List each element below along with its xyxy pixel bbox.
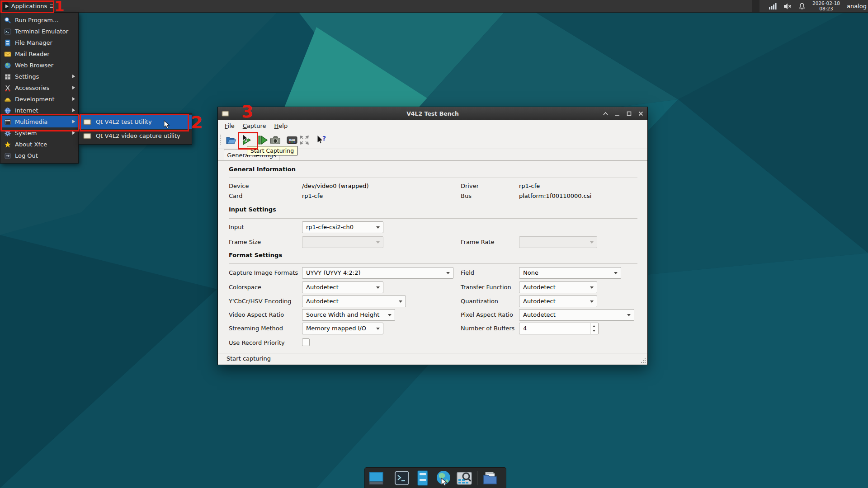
annotation-number-2: 2: [191, 114, 203, 131]
section-input-settings: Input Settings: [229, 206, 276, 213]
section-general-information: General Information: [229, 166, 296, 173]
field-select[interactable]: None: [519, 267, 621, 279]
input-select[interactable]: rp1-cfe-csi2-ch0: [302, 221, 383, 233]
fullscreen-button[interactable]: [297, 133, 311, 147]
whats-this-button[interactable]: ?: [315, 133, 328, 147]
ycbcr-select[interactable]: Autodetect: [302, 296, 406, 307]
file-manager-icon: [4, 39, 11, 47]
video-aspect-select[interactable]: Source Width and Height: [302, 309, 395, 321]
menu-capture[interactable]: Capture: [239, 120, 270, 132]
menu-item-run-program[interactable]: Run Program...: [0, 14, 78, 26]
menu-help[interactable]: Help: [270, 120, 292, 132]
resize-grip[interactable]: [641, 358, 646, 363]
clock-time: 08:23: [812, 6, 840, 12]
menu-item-development[interactable]: Development: [0, 94, 78, 105]
minimize-button[interactable]: [614, 111, 620, 117]
camera-icon: [269, 134, 281, 146]
frame-rate-label: Frame Rate: [461, 239, 494, 245]
menu-file[interactable]: File: [221, 120, 239, 132]
card-value: rp1-cfe: [302, 192, 323, 199]
frame-size-select: [302, 236, 383, 248]
open-file-button[interactable]: [224, 133, 238, 147]
buffers-spinbox[interactable]: 4: [519, 323, 599, 334]
development-icon: [4, 96, 11, 103]
snapshot-button[interactable]: [269, 133, 282, 147]
menu-item-file-manager[interactable]: File Manager: [0, 37, 78, 48]
file-folder-icon[interactable]: [482, 470, 498, 486]
close-button[interactable]: [638, 111, 644, 117]
window-titlebar[interactable]: V4L2 Test Bench: [218, 107, 647, 120]
menu-item-accessories[interactable]: Accessories: [0, 82, 78, 94]
streaming-method-select[interactable]: Memory mapped I/O: [302, 323, 383, 334]
app-finder-icon[interactable]: [456, 470, 472, 486]
web-browser-icon[interactable]: [435, 470, 452, 486]
window-title: V4L2 Test Bench: [218, 110, 647, 117]
menu-item-terminal-emulator[interactable]: Terminal Emulator: [0, 26, 78, 37]
start-capturing-button[interactable]: [240, 133, 253, 147]
bus-value: platform:1f00110000.csi: [519, 192, 591, 199]
menu-item-log-out[interactable]: Log Out: [0, 150, 78, 161]
capture-frame-button[interactable]: [255, 133, 269, 147]
save-raw-button[interactable]: RAW: [285, 133, 299, 147]
menu-item-multimedia[interactable]: Multimedia: [0, 116, 78, 127]
transfer-function-select[interactable]: Autodetect: [519, 282, 597, 293]
submenu-item-qvidcap[interactable]: Qt V4L2 video capture utility: [79, 129, 192, 143]
username-label: analog: [847, 3, 867, 9]
system-tray: 2026-02-18 08:23 analog: [752, 0, 868, 12]
capture-formats-label: Capture Image Formats: [229, 269, 298, 276]
applications-menu-button[interactable]: Applications: [0, 0, 53, 12]
toolbar-grip[interactable]: [220, 135, 221, 145]
spin-up-icon: [593, 325, 595, 327]
colorspace-select[interactable]: Autodetect: [302, 282, 383, 293]
network-signal-icon[interactable]: [769, 3, 777, 10]
chevron-down-icon: [388, 314, 392, 316]
record-priority-checkbox[interactable]: [302, 338, 310, 346]
maximize-button[interactable]: [626, 111, 632, 117]
applications-label: Applications: [11, 3, 47, 9]
shade-button[interactable]: [603, 111, 609, 117]
record-priority-label: Use Record Priority: [229, 339, 285, 346]
quantization-select[interactable]: Autodetect: [519, 296, 597, 307]
file-manager-icon[interactable]: [415, 470, 431, 486]
xfce-applications-icon: [3, 2, 9, 10]
tv-icon: [83, 119, 91, 125]
menu-item-web-browser[interactable]: Web Browser: [0, 60, 78, 71]
tab-pane-border: [218, 160, 647, 161]
terminal-icon[interactable]: [394, 470, 410, 486]
clock-date: 2026-02-18: [812, 1, 840, 6]
submenu-item-qv4l2[interactable]: Qt V4L2 test Utility: [79, 115, 192, 129]
volume-muted-icon[interactable]: [784, 3, 792, 10]
pixel-aspect-select[interactable]: Autodetect: [519, 309, 634, 321]
pixel-aspect-label: Pixel Aspect Ratio: [461, 311, 513, 318]
clock[interactable]: 2026-02-18 08:23: [812, 1, 840, 11]
ycbcr-label: Y'CbCr/HSV Encoding: [229, 298, 292, 305]
menu-item-system[interactable]: System: [0, 127, 78, 139]
frame-rate-select: [519, 236, 597, 248]
show-desktop-icon[interactable]: [368, 470, 384, 486]
menu-item-about-xfce[interactable]: About Xfce: [0, 139, 78, 150]
dock: [364, 467, 506, 488]
svg-text:RAW: RAW: [289, 138, 295, 142]
capture-formats-select[interactable]: UYVY (UYVY 4:2:2): [302, 267, 453, 279]
submenu-arrow-icon: [72, 120, 75, 123]
multimedia-submenu: Qt V4L2 test Utility Qt V4L2 video captu…: [78, 113, 192, 145]
colorspace-label: Colorspace: [229, 284, 261, 291]
video-aspect-label: Video Aspect Ratio: [229, 311, 284, 318]
device-label: Device: [229, 183, 249, 189]
spin-buttons[interactable]: [590, 323, 598, 334]
menu-item-internet[interactable]: Internet: [0, 105, 78, 116]
driver-label: Driver: [461, 183, 479, 189]
chevron-down-icon: [376, 328, 380, 330]
driver-value: rp1-cfe: [519, 183, 540, 189]
section-rule: [229, 218, 637, 219]
menu-item-settings[interactable]: Settings: [0, 71, 78, 82]
menu-item-mail-reader[interactable]: Mail Reader: [0, 48, 78, 60]
window-menubar: File Capture Help: [218, 120, 647, 132]
multimedia-icon: [4, 118, 11, 126]
log-out-icon: [4, 152, 11, 160]
chevron-down-icon: [376, 241, 380, 244]
terminal-icon: [4, 28, 11, 35]
notifications-bell-icon[interactable]: [798, 3, 806, 10]
start-capturing-tooltip: Start Capturing: [247, 146, 297, 155]
section-rule: [229, 178, 637, 178]
